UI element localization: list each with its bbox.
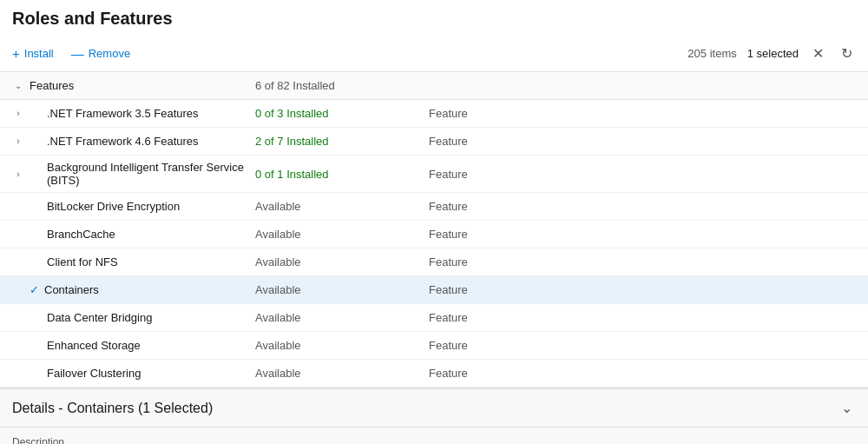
page-title: Roles and Features <box>0 0 868 36</box>
install-label: Install <box>24 47 54 60</box>
row-name-text: Data Center Bridging <box>47 311 152 324</box>
row-status-col: Available <box>255 283 429 296</box>
row-type-col: Feature <box>429 311 856 324</box>
row-name-col: › .NET Framework 3.5 Features <box>12 102 255 125</box>
row-type-col: Feature <box>429 228 856 241</box>
row-status-col: Available <box>255 255 429 268</box>
details-panel: Details - Containers (1 Selected) ⌄ Desc… <box>0 388 868 444</box>
row-name-col: BranchCache <box>12 222 255 246</box>
row-type-col: Feature <box>429 367 856 380</box>
details-header[interactable]: Details - Containers (1 Selected) ⌄ <box>0 389 868 427</box>
row-name-col: › Background Intelligent Transfer Servic… <box>12 156 255 192</box>
rows-container: › .NET Framework 3.5 Features 0 of 3 Ins… <box>0 100 868 388</box>
expander-icon[interactable]: › <box>12 168 24 180</box>
row-name-text: Enhanced Storage <box>47 339 141 352</box>
details-body: Description Provides services and tools … <box>0 427 868 444</box>
expander-icon[interactable]: › <box>12 136 24 148</box>
row-type-col: Feature <box>429 107 856 120</box>
row-name-col: ✓ Containers <box>12 278 255 302</box>
items-count: 205 items <box>687 47 736 60</box>
row-name-text: Client for NFS <box>47 255 118 268</box>
table-row[interactable]: ✓ Containers Available Feature <box>0 276 868 304</box>
row-name-text: Failover Clustering <box>47 367 141 380</box>
row-name-text: Background Intelligent Transfer Service … <box>47 161 255 187</box>
features-header-name-col: ⌄ Features <box>12 74 255 97</box>
refresh-button[interactable]: ↻ <box>838 43 856 63</box>
expander-icon[interactable]: › <box>12 108 24 120</box>
row-name-col: Data Center Bridging <box>12 306 255 329</box>
table-row[interactable]: BitLocker Drive Encryption Available Fea… <box>0 193 868 221</box>
row-name-col: Failover Clustering <box>12 361 255 385</box>
row-status-col: 0 of 3 Installed <box>255 107 429 120</box>
table-row[interactable]: › .NET Framework 3.5 Features 0 of 3 Ins… <box>0 100 868 128</box>
row-type-col: Feature <box>429 283 856 296</box>
row-name-col: Enhanced Storage <box>12 334 255 357</box>
features-header-label: Features <box>30 79 74 92</box>
table-row[interactable]: Failover Clustering Available Feature <box>0 360 868 388</box>
row-type-col: Feature <box>429 339 856 352</box>
table-row[interactable]: › Background Intelligent Transfer Servic… <box>0 156 868 193</box>
features-header-status-col: 6 of 82 Installed <box>255 79 429 92</box>
details-collapse-icon[interactable]: ⌄ <box>838 398 856 418</box>
row-type-col: Feature <box>429 135 856 148</box>
row-status-col: Available <box>255 228 429 241</box>
row-name-text: Containers <box>44 283 99 296</box>
table-row[interactable]: BranchCache Available Feature <box>0 221 868 249</box>
features-header-row[interactable]: ⌄ Features 6 of 82 Installed <box>0 72 868 100</box>
row-name-col: Client for NFS <box>12 250 255 274</box>
row-type-col: Feature <box>429 200 856 213</box>
row-status-col: Available <box>255 339 429 352</box>
row-status-col: Available <box>255 367 429 380</box>
row-status-col: 2 of 7 Installed <box>255 135 429 148</box>
description-label: Description <box>12 436 856 444</box>
row-status-col: Available <box>255 200 429 213</box>
selected-count: 1 selected <box>747 47 799 60</box>
row-status-col: 0 of 1 Installed <box>255 168 429 181</box>
row-name-text: BitLocker Drive Encryption <box>47 200 180 213</box>
toolbar: + Install — Remove 205 items 1 selected … <box>0 36 868 72</box>
features-collapse-icon[interactable]: ⌄ <box>12 80 24 92</box>
row-name-col: › .NET Framework 4.6 Features <box>12 129 255 153</box>
details-title: Details - Containers (1 Selected) <box>12 401 213 416</box>
table-row[interactable]: Data Center Bridging Available Feature <box>0 304 868 332</box>
row-type-col: Feature <box>429 255 856 268</box>
toolbar-right: 205 items 1 selected ✕ ↻ <box>687 43 856 63</box>
check-icon: ✓ <box>30 283 39 296</box>
remove-label: Remove <box>89 47 130 60</box>
plus-icon: + <box>12 46 20 61</box>
clear-selection-button[interactable]: ✕ <box>809 43 827 63</box>
table-row[interactable]: › .NET Framework 4.6 Features 2 of 7 Ins… <box>0 128 868 156</box>
row-name-text: BranchCache <box>47 228 115 241</box>
row-name-col: BitLocker Drive Encryption <box>12 195 255 218</box>
remove-button[interactable]: — Remove <box>71 43 130 64</box>
table-row[interactable]: Client for NFS Available Feature <box>0 249 868 276</box>
row-type-col: Feature <box>429 168 856 181</box>
row-name-text: .NET Framework 4.6 Features <box>47 135 199 148</box>
install-button[interactable]: + Install <box>12 43 54 64</box>
features-table: ⌄ Features 6 of 82 Installed › .NET Fram… <box>0 72 868 388</box>
toolbar-left: + Install — Remove <box>12 43 687 64</box>
row-name-text: .NET Framework 3.5 Features <box>47 107 199 120</box>
table-row[interactable]: Enhanced Storage Available Feature <box>0 332 868 360</box>
row-status-col: Available <box>255 311 429 324</box>
minus-icon: — <box>71 46 84 61</box>
